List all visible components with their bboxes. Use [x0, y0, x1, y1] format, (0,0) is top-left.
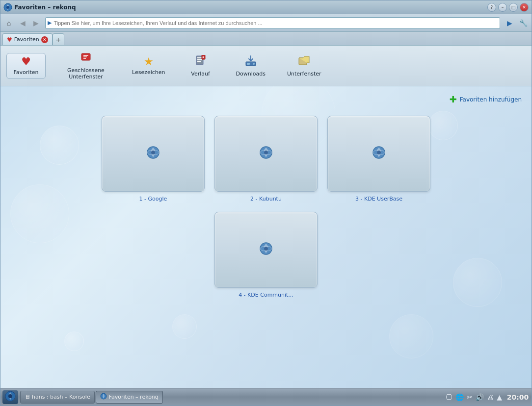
- taskbar-clock: 20:00: [506, 393, 530, 401]
- geschlossene-icon: [80, 51, 92, 65]
- svg-point-25: [377, 151, 381, 154]
- rekonq-icon: [100, 393, 107, 401]
- favorites-row-2: 4 - KDE Communit...: [214, 212, 318, 298]
- favorite-thumb-icon-1: [146, 146, 160, 162]
- url-input[interactable]: [53, 20, 498, 26]
- taskbar-tray: 🖵 🌐 ✂ 🔊 🖨 ▲: [444, 393, 504, 401]
- back-button[interactable]: ◀: [16, 17, 29, 29]
- unterfenster-icon: [298, 55, 310, 69]
- nav-item-favoriten[interactable]: ♥ Favoriten: [6, 53, 46, 79]
- maximize-button[interactable]: □: [509, 3, 518, 12]
- nav-verlauf-label: Verlauf: [191, 71, 210, 77]
- svg-rect-9: [197, 61, 201, 62]
- konsole-label: hans : bash – Konsole: [32, 394, 90, 400]
- favorite-label-4: 4 - KDE Communit...: [239, 292, 293, 298]
- titlebar-buttons: ? – □ ✕: [487, 3, 529, 12]
- favorite-label-3: 3 - KDE UserBase: [355, 196, 402, 202]
- display-icon: 🖵: [446, 393, 452, 401]
- nav-item-geschlossene[interactable]: Geschlossene Unterfenster: [55, 49, 116, 83]
- svg-point-28: [264, 247, 268, 251]
- favorite-thumb-3: [327, 116, 430, 192]
- nav-favoriten-label: Favoriten: [14, 69, 39, 76]
- favorite-thumb-4: [214, 212, 318, 288]
- add-plus-icon: ✚: [450, 94, 457, 104]
- printer-icon: 🖨: [487, 393, 494, 401]
- tab-close-button[interactable]: ✕: [41, 36, 48, 43]
- favorite-thumb-icon-4: [259, 242, 273, 258]
- nav-arrows: ◀ ▶: [16, 17, 42, 29]
- scissors-icon: ✂: [467, 393, 473, 401]
- url-play-icon: ▶: [48, 20, 52, 26]
- nav-panel: ♥ Favoriten Geschlossene Unterfenster ★ …: [0, 46, 532, 86]
- home-button[interactable]: ⌂: [2, 17, 15, 29]
- url-bar-container[interactable]: ▶: [45, 17, 500, 29]
- nav-item-lesezeichen[interactable]: ★ Lesezeichen: [126, 53, 171, 78]
- titlebar-left: Favoriten – rekonq: [3, 3, 76, 12]
- close-button[interactable]: ✕: [520, 3, 529, 12]
- nav-unterfenster-label: Unterfenster: [287, 71, 321, 77]
- downloads-icon: [245, 55, 257, 69]
- favorites-row-1: 1 - Google 2 - Kubuntu: [102, 116, 430, 202]
- add-favorites-button[interactable]: ✚ Favoriten hinzufügen: [450, 94, 522, 104]
- titlebar-title: Favoriten – rekonq: [14, 4, 76, 11]
- tab-favoriten[interactable]: ♥ Favoriten ✕: [2, 33, 53, 45]
- taskbar: 🖥 hans : bash – Konsole Favoriten – reko…: [0, 388, 532, 406]
- volume-icon[interactable]: 🔊: [476, 393, 484, 401]
- taskbar-rekonq-button[interactable]: Favoriten – rekonq: [96, 391, 163, 404]
- tabbar: ♥ Favoriten ✕ +: [0, 32, 532, 46]
- favoriten-icon: ♥: [21, 56, 31, 67]
- tab-label: Favoriten: [14, 36, 39, 43]
- lesezeichen-icon: ★: [144, 56, 154, 67]
- app-icon: [3, 3, 12, 12]
- favorite-label-1: 1 - Google: [139, 196, 167, 202]
- favorite-thumb-2: [214, 116, 318, 192]
- titlebar: Favoriten – rekonq ? – □ ✕: [0, 0, 532, 14]
- minimize-button[interactable]: –: [498, 3, 507, 12]
- rekonq-label: Favoriten – rekonq: [109, 394, 159, 400]
- svg-point-19: [151, 151, 155, 154]
- tab-favorites-icon: ♥: [7, 36, 12, 43]
- nav-lesezeichen-label: Lesezeichen: [132, 69, 165, 76]
- favorite-2[interactable]: 2 - Kubuntu: [214, 116, 318, 202]
- settings-button[interactable]: 🔧: [517, 17, 530, 29]
- next-page-button[interactable]: ▶: [503, 17, 516, 29]
- svg-point-30: [8, 394, 12, 398]
- svg-point-1: [6, 6, 9, 9]
- main-content: ✚ Favoriten hinzufügen: [0, 86, 532, 388]
- new-tab-button[interactable]: +: [53, 33, 64, 45]
- taskbar-konsole-button[interactable]: 🖥 hans : bash – Konsole: [20, 391, 95, 404]
- favorite-label-2: 2 - Kubuntu: [250, 196, 282, 202]
- svg-rect-14: [247, 63, 250, 65]
- svg-point-22: [264, 151, 268, 154]
- favorite-thumb-icon-2: [259, 146, 273, 162]
- favorite-thumb-icon-3: [372, 146, 386, 162]
- nav-item-downloads[interactable]: Downloads: [230, 52, 271, 80]
- favorite-1[interactable]: 1 - Google: [102, 116, 205, 202]
- nav-downloads-label: Downloads: [236, 71, 266, 77]
- toolbar-right: ▶ 🔧: [503, 17, 530, 29]
- verlauf-icon: [195, 55, 207, 69]
- svg-point-15: [253, 63, 255, 65]
- browser-window: Favoriten – rekonq ? – □ ✕ ⌂ ◀ ▶ ▶ ▶ 🔧 ♥…: [0, 0, 532, 406]
- taskbar-app-buttons: 🖥 hans : bash – Konsole Favoriten – reko…: [20, 391, 163, 404]
- forward-button[interactable]: ▶: [29, 17, 42, 29]
- help-button[interactable]: ?: [487, 3, 496, 12]
- favorite-4[interactable]: 4 - KDE Communit...: [214, 212, 318, 298]
- konsole-icon: 🖥: [25, 394, 30, 400]
- new-tab-icon: +: [55, 36, 61, 44]
- kde-icon: [5, 391, 16, 404]
- add-favorites-label: Favoriten hinzufügen: [460, 96, 522, 103]
- nav-item-unterfenster[interactable]: Unterfenster: [281, 52, 327, 80]
- favorite-3[interactable]: 3 - KDE UserBase: [327, 116, 430, 202]
- kde-start-button[interactable]: [2, 390, 18, 404]
- toolbar: ⌂ ◀ ▶ ▶ ▶ 🔧: [0, 14, 532, 32]
- nav-item-verlauf[interactable]: Verlauf: [181, 52, 220, 80]
- network-icon[interactable]: 🌐: [455, 393, 464, 401]
- favorite-thumb-1: [102, 116, 205, 192]
- nav-geschlossene-label: Geschlossene Unterfenster: [61, 67, 110, 80]
- favorites-grid: 1 - Google 2 - Kubuntu: [0, 111, 532, 388]
- arrow-up-icon: ▲: [497, 393, 502, 401]
- svg-rect-8: [197, 59, 202, 60]
